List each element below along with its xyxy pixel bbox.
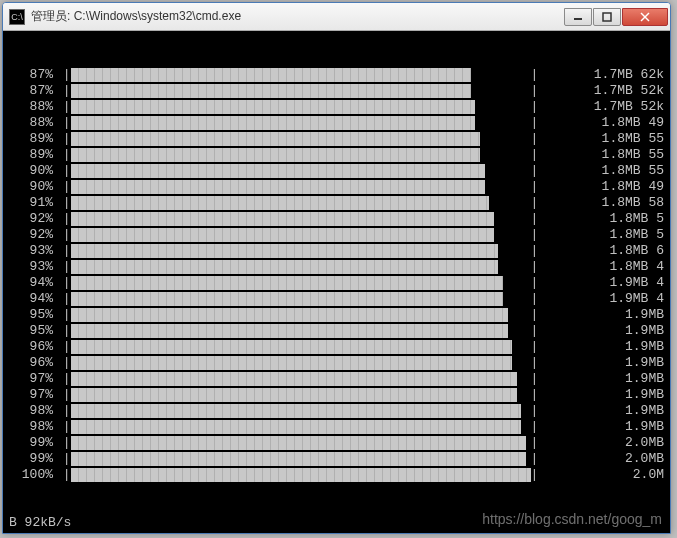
progress-percent: 93% xyxy=(9,259,55,275)
progress-bar: || xyxy=(55,147,598,163)
progress-row: 92% || 1.8MB 5 xyxy=(9,227,664,243)
progress-rate: 1.8MB 58 xyxy=(598,195,664,211)
progress-bar: || xyxy=(55,67,590,83)
progress-percent: 97% xyxy=(9,387,55,403)
progress-rate: 2.0MB xyxy=(621,435,664,451)
progress-bar: || xyxy=(55,243,605,259)
progress-bar: || xyxy=(55,419,621,435)
progress-row: 99% || 2.0MB xyxy=(9,435,664,451)
progress-rate: 1.9MB 4 xyxy=(605,275,664,291)
progress-bar: || xyxy=(55,211,605,227)
progress-rate: 1.9MB xyxy=(621,403,664,419)
progress-rate: 1.9MB xyxy=(621,323,664,339)
progress-bar: || xyxy=(55,355,621,371)
progress-rate: 1.9MB xyxy=(621,419,664,435)
progress-bar: || xyxy=(55,435,621,451)
progress-rate: 1.7MB 62k xyxy=(590,67,664,83)
progress-percent: 87% xyxy=(9,67,55,83)
console-output[interactable]: 87% || 1.7MB 62k87% || 1.7MB 52k88% || 1… xyxy=(3,31,670,533)
progress-rate: 1.8MB 55 xyxy=(598,131,664,147)
progress-row: 87% || 1.7MB 62k xyxy=(9,67,664,83)
progress-row: 100% || 2.0M xyxy=(9,467,664,483)
close-button[interactable] xyxy=(622,8,668,26)
progress-percent: 89% xyxy=(9,147,55,163)
progress-rate: 1.9MB xyxy=(621,387,664,403)
progress-row: 95% || 1.9MB xyxy=(9,307,664,323)
app-icon: C:\ xyxy=(9,9,25,25)
progress-percent: 91% xyxy=(9,195,55,211)
progress-percent: 94% xyxy=(9,275,55,291)
progress-percent: 99% xyxy=(9,451,55,467)
cmd-window: C:\ 管理员: C:\Windows\system32\cmd.exe 87%… xyxy=(2,2,671,534)
progress-bar: || xyxy=(55,339,621,355)
progress-bar: || xyxy=(55,163,598,179)
progress-row: 97% || 1.9MB xyxy=(9,387,664,403)
progress-bar: || xyxy=(55,291,605,307)
progress-rate: 1.8MB 49 xyxy=(598,179,664,195)
progress-rate: 1.9MB 4 xyxy=(605,291,664,307)
progress-bar: || xyxy=(55,451,621,467)
progress-rate: 1.9MB xyxy=(621,339,664,355)
progress-row: 90% || 1.8MB 55 xyxy=(9,163,664,179)
progress-rate: 1.9MB xyxy=(621,371,664,387)
progress-rate: 1.8MB 5 xyxy=(605,227,664,243)
progress-bar: || xyxy=(55,275,605,291)
progress-percent: 96% xyxy=(9,355,55,371)
progress-percent: 87% xyxy=(9,83,55,99)
progress-percent: 92% xyxy=(9,227,55,243)
progress-bar: || xyxy=(55,323,621,339)
progress-row: 90% || 1.8MB 49 xyxy=(9,179,664,195)
progress-row: 93% || 1.8MB 6 xyxy=(9,243,664,259)
progress-percent: 92% xyxy=(9,211,55,227)
progress-row: 89% || 1.8MB 55 xyxy=(9,147,664,163)
progress-row: 91% || 1.8MB 58 xyxy=(9,195,664,211)
progress-row: 96% || 1.9MB xyxy=(9,339,664,355)
progress-rate: 2.0M xyxy=(629,467,664,483)
progress-percent: 95% xyxy=(9,323,55,339)
progress-bar: || xyxy=(55,115,598,131)
progress-percent: 98% xyxy=(9,403,55,419)
progress-bar: || xyxy=(55,371,621,387)
progress-bar: || xyxy=(55,83,590,99)
progress-row: 89% || 1.8MB 55 xyxy=(9,131,664,147)
progress-percent: 88% xyxy=(9,115,55,131)
progress-rate: 1.9MB xyxy=(621,355,664,371)
progress-percent: 97% xyxy=(9,371,55,387)
progress-rate: 1.8MB 55 xyxy=(598,163,664,179)
progress-percent: 98% xyxy=(9,419,55,435)
progress-row: 95% || 1.9MB xyxy=(9,323,664,339)
progress-bar: || xyxy=(55,179,598,195)
svg-rect-1 xyxy=(603,13,611,21)
window-buttons xyxy=(564,8,668,26)
progress-percent: 94% xyxy=(9,291,55,307)
progress-percent: 90% xyxy=(9,163,55,179)
progress-percent: 89% xyxy=(9,131,55,147)
progress-percent: 96% xyxy=(9,339,55,355)
progress-row: 94% || 1.9MB 4 xyxy=(9,291,664,307)
progress-rate: 1.8MB 49 xyxy=(598,115,664,131)
progress-row: 97% || 1.9MB xyxy=(9,371,664,387)
progress-bar: || xyxy=(55,131,598,147)
progress-row: 92% || 1.8MB 5 xyxy=(9,211,664,227)
maximize-button[interactable] xyxy=(593,8,621,26)
progress-row: 96% || 1.9MB xyxy=(9,355,664,371)
titlebar[interactable]: C:\ 管理员: C:\Windows\system32\cmd.exe xyxy=(3,3,670,31)
progress-bar: || xyxy=(55,387,621,403)
progress-rate: 1.8MB 5 xyxy=(605,211,664,227)
progress-percent: 100% xyxy=(9,467,55,483)
watermark: https://blog.csdn.net/goog_m xyxy=(482,511,662,527)
progress-row: 99% || 2.0MB xyxy=(9,451,664,467)
progress-row: 88% || 1.8MB 49 xyxy=(9,115,664,131)
progress-percent: 99% xyxy=(9,435,55,451)
progress-rate: 1.8MB 55 xyxy=(598,147,664,163)
progress-percent: 93% xyxy=(9,243,55,259)
progress-rate: 1.7MB 52k xyxy=(590,83,664,99)
minimize-button[interactable] xyxy=(564,8,592,26)
progress-rate: 1.9MB xyxy=(621,307,664,323)
progress-bar: || xyxy=(55,259,605,275)
progress-bar: || xyxy=(55,403,621,419)
progress-percent: 88% xyxy=(9,99,55,115)
progress-rate: 2.0MB xyxy=(621,451,664,467)
progress-bar: || xyxy=(55,99,590,115)
progress-bar: || xyxy=(55,467,629,483)
